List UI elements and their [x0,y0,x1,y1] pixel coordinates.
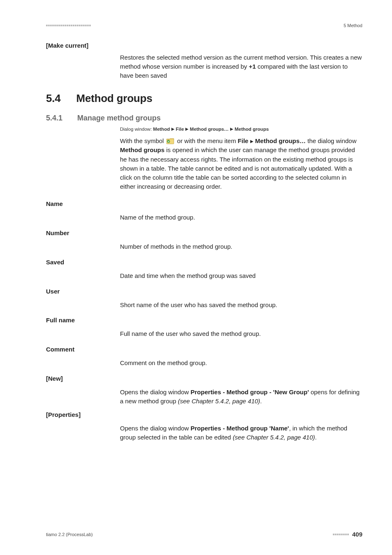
term-full-name: Full name [46,317,362,324]
def-number: Number Number of methods in the method g… [46,229,362,251]
term-name: Name [46,200,362,207]
text-new: Opens the dialog window Properties - Met… [120,388,362,406]
text-user: Short name of the user who has saved the… [120,301,362,310]
def-name: Name Name of the method group. [46,200,362,222]
triangle-icon: ▶ [230,127,233,131]
triangle-icon: ▶ [171,127,175,131]
triangle-icon: ▶ [185,127,189,131]
section-title: Method groups [76,92,152,105]
header-section-label: 5 Method [344,23,362,28]
text-full-name: Full name of the user who saved the meth… [120,329,362,338]
footer-doc-title: tiamo 2.2 (ProcessLab) [46,532,93,537]
section-heading: 5.4 Method groups [46,92,362,105]
term-number: Number [46,229,362,236]
footer-marks [333,534,349,535]
folder-icon [166,138,175,144]
term-properties: [Properties] [46,411,362,418]
def-user: User Short name of the user who has save… [46,288,362,310]
term-user: User [46,288,362,295]
def-comment: Comment Comment on the method group. [46,346,362,368]
page-header: 5 Method [46,23,362,28]
def-full-name: Full name Full name of the user who save… [46,317,362,338]
intro-paragraph: With the symbol or with the menu item Fi… [120,136,362,191]
header-marks [46,25,91,26]
def-new: [New] Opens the dialog window Properties… [46,375,362,406]
term-new: [New] [46,375,362,382]
footer-page-number: 409 [333,531,362,538]
text-saved: Date and time when the method group was … [120,271,362,280]
dialog-path: Dialog window: Method ▶ File ▶ Method gr… [120,127,362,132]
triangle-icon: ▶ [250,139,254,143]
make-current-block: [Make current] Restores the selected met… [46,42,362,80]
subsection-number: 5.4.1 [46,114,62,123]
text-comment: Comment on the method group. [120,358,362,368]
text-name: Name of the method group. [120,213,362,222]
subsection-title: Manage method groups [77,114,161,123]
page-footer: tiamo 2.2 (ProcessLab) 409 [46,531,362,538]
term-comment: Comment [46,346,362,353]
make-current-label: [Make current] [46,42,362,49]
make-current-body: Restores the selected method version as … [120,53,362,80]
text-number: Number of methods in the method group. [120,242,362,251]
term-saved: Saved [46,259,362,266]
def-properties: [Properties] Opens the dialog window Pro… [46,411,362,442]
section-number: 5.4 [46,92,61,105]
text-properties: Opens the dialog window Properties - Met… [120,424,362,442]
def-saved: Saved Date and time when the method grou… [46,259,362,280]
subsection-heading: 5.4.1 Manage method groups [46,114,362,123]
